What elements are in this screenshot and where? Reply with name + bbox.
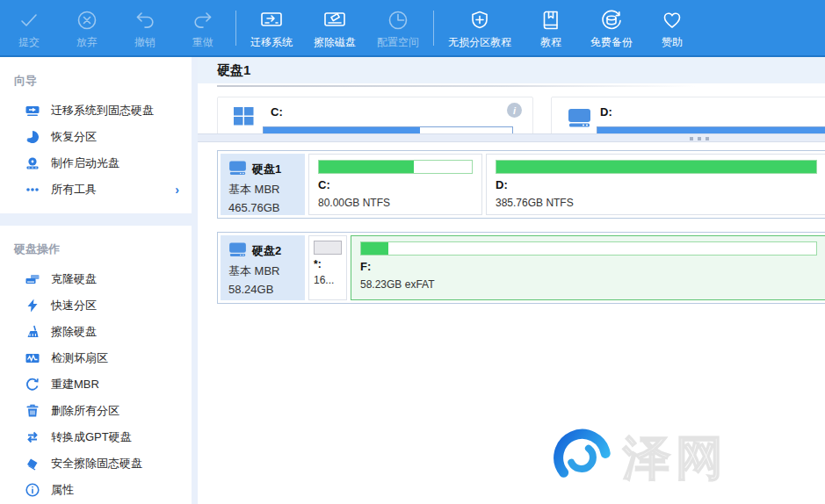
erase-disk-button[interactable]: 擦除磁盘 [303, 0, 366, 56]
disk-icon [228, 241, 247, 260]
sponsor-button[interactable]: 赞助 [643, 0, 701, 56]
sidebar-item-label: 安全擦除固态硬盘 [51, 456, 142, 472]
divider-line [217, 85, 696, 87]
sidebar-item-label: 克隆硬盘 [51, 271, 97, 287]
partition-usage-fill [361, 242, 388, 255]
lossless-tutorial-button[interactable]: 无损分区教程 [438, 0, 522, 56]
sidebar-item-label: 删除所有分区 [51, 403, 119, 419]
toolbar-label: 无损分区教程 [448, 35, 511, 50]
bad-sector-icon [25, 351, 40, 366]
partition-usage-bar [496, 160, 817, 174]
partition-info: 80.00GB NTFS [318, 197, 473, 209]
shield-plus-icon [468, 5, 491, 32]
toolbar-label: 配置空间 [377, 35, 419, 50]
disk-size: 58.24GB [228, 283, 297, 296]
partition-usage-bar [360, 241, 817, 256]
sidebar-item-label: 恢复分区 [51, 129, 97, 145]
sidebar-item-quick-partition[interactable]: 快速分区 [0, 292, 192, 319]
broom-icon [25, 325, 40, 340]
toolbar-label: 免费备份 [590, 35, 633, 50]
usage-bar [597, 126, 825, 133]
partition-info: 385.76GB NTFS [496, 197, 817, 209]
sidebar-item-secure-erase-ssd[interactable]: 安全擦除固态硬盘 [0, 450, 192, 477]
migrate-system-button[interactable]: 迁移系统 [240, 0, 303, 56]
sidebar-item-wipe-disk[interactable]: 擦除硬盘 [0, 319, 192, 345]
undo-button[interactable]: 撤销 [116, 0, 174, 56]
watermark: 泽网 [549, 424, 728, 493]
sidebar-item-convert-to-gpt[interactable]: 转换成GPT硬盘 [0, 424, 192, 450]
section-title: 向导 [0, 66, 192, 97]
toolbar-separator [433, 11, 434, 46]
sidebar-item-migrate-to-ssd[interactable]: 迁移系统到固态硬盘 [0, 97, 192, 124]
disk-tab-strip: 硬盘1 [198, 57, 825, 83]
main-area: 硬盘1 C: i D: [198, 57, 825, 504]
chevron-right-icon: › [175, 183, 179, 197]
book-icon [539, 5, 562, 32]
sidebar-item-delete-all-partitions[interactable]: 删除所有分区 [0, 398, 192, 424]
sidebar-item-label: 迁移系统到固态硬盘 [51, 103, 154, 119]
overview-card-c[interactable]: C: i [217, 97, 533, 133]
redo-button[interactable]: 重做 [174, 0, 232, 56]
discard-button[interactable]: 放弃 [58, 0, 116, 56]
partition-label: F: [360, 260, 817, 273]
usage-bar [263, 126, 513, 133]
backup-database-icon [599, 5, 624, 32]
drive-icon [568, 107, 591, 132]
toolbar: 提交 放弃 撤销 重做 迁移系统 擦除磁盘 [0, 0, 825, 57]
partition-usage-bar [318, 160, 473, 174]
partition-info: 58.23GB exFAT [360, 278, 817, 291]
toolbar-label: 赞助 [662, 35, 683, 50]
sidebar-item-properties[interactable]: 属性 [0, 477, 192, 503]
tab-disk1[interactable]: 硬盘1 [198, 62, 250, 79]
main-content: C: i D: [198, 83, 825, 504]
watermark-text: 泽网 [623, 427, 728, 491]
disk-row-1: 硬盘1 基本 MBR 465.76GB C: 80.00GB NTFS [217, 150, 825, 219]
partition-assistant-window: 提交 放弃 撤销 重做 迁移系统 擦除磁盘 [0, 0, 825, 504]
lightning-icon [25, 299, 40, 313]
sidebar-section-gap [0, 213, 192, 226]
partition-label: C: [318, 178, 473, 191]
disk-type: 基本 MBR [228, 263, 297, 279]
convert-gpt-icon [25, 430, 40, 445]
partition-c-cell[interactable]: C: 80.00GB NTFS [308, 154, 482, 215]
partition-star-cell[interactable]: *: 16... [308, 235, 347, 300]
overview-card-d[interactable]: D: [551, 97, 825, 133]
info-icon[interactable]: i [507, 103, 522, 118]
section-title: 硬盘操作 [0, 234, 192, 266]
toolbar-label: 重做 [192, 35, 213, 50]
windows-icon [234, 107, 254, 129]
partition-f-cell[interactable]: F: 58.23GB exFAT [351, 235, 825, 300]
sidebar-item-recover-partition[interactable]: 恢复分区 [0, 124, 192, 150]
sidebar-item-check-bad-sectors[interactable]: 检测坏扇区 [0, 345, 192, 371]
sidebar-item-rebuild-mbr[interactable]: 重建MBR [0, 371, 192, 398]
disk-icon [228, 160, 247, 178]
sidebar-item-label: 所有工具 [51, 182, 97, 198]
allocate-space-button[interactable]: 配置空间 [366, 0, 430, 56]
submit-button[interactable]: 提交 [0, 0, 58, 56]
disk-type: 基本 MBR [228, 182, 297, 198]
secure-erase-icon [25, 457, 40, 472]
disk1-info-cell[interactable]: 硬盘1 基本 MBR 465.76GB [221, 154, 305, 215]
sidebar-item-all-tools[interactable]: 所有工具 › [0, 176, 192, 203]
rebuild-mbr-icon [25, 378, 40, 392]
partition-d-cell[interactable]: D: 385.76GB NTFS [486, 154, 825, 215]
migrate-ssd-icon [25, 104, 40, 119]
partition-overview-strip: C: i D: [217, 97, 825, 133]
sidebar-item-clone-disk[interactable]: 克隆硬盘 [0, 266, 192, 292]
drag-handle-dots[interactable] [690, 137, 709, 140]
migrate-system-icon [259, 5, 284, 32]
all-tools-ellipsis-icon [25, 183, 40, 198]
sidebar-item-bootable-media[interactable]: 制作启动光盘 [0, 150, 192, 176]
bootable-media-icon [25, 156, 40, 171]
disk-name: 硬盘1 [252, 162, 281, 177]
partition-info: 16... [314, 274, 342, 286]
tutorial-button[interactable]: 教程 [522, 0, 580, 56]
partition-label: *: [314, 258, 342, 270]
toolbar-label: 撤销 [134, 35, 156, 50]
free-backup-button[interactable]: 免费备份 [580, 0, 643, 56]
sidebar-item-label: 擦除硬盘 [51, 324, 97, 340]
disk2-info-cell[interactable]: 硬盘2 基本 MBR 58.24GB [221, 235, 305, 300]
sidebar-item-label: 制作启动光盘 [51, 155, 119, 171]
overview-scrollbar[interactable] [198, 133, 825, 142]
redo-icon [192, 5, 214, 32]
